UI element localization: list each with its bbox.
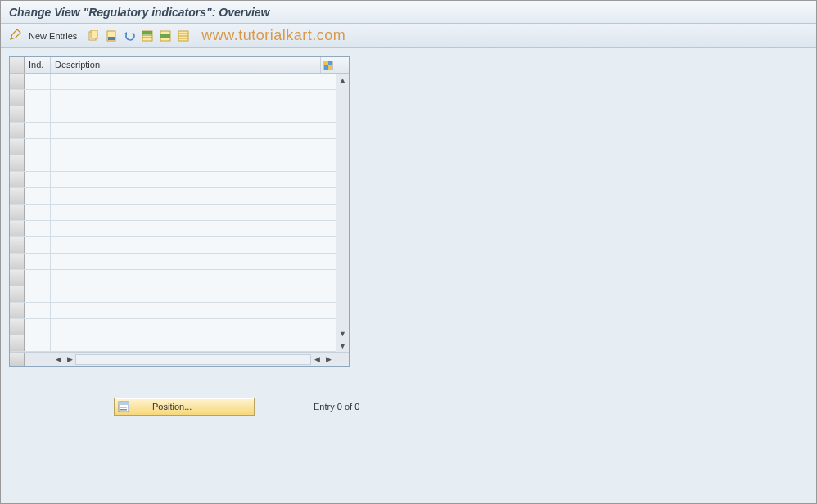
cell-description[interactable]	[51, 303, 336, 318]
table-row[interactable]	[10, 188, 336, 205]
cell-description[interactable]	[51, 270, 336, 286]
table-row[interactable]	[10, 221, 336, 237]
table-row[interactable]	[10, 74, 336, 90]
scroll-down-icon[interactable]: ▼	[336, 340, 349, 352]
column-header-description[interactable]: Description	[51, 57, 321, 73]
cell-ind[interactable]	[25, 205, 51, 220]
cell-ind[interactable]	[25, 172, 51, 187]
cell-description[interactable]	[51, 172, 336, 187]
cell-ind[interactable]	[25, 286, 51, 302]
table-row[interactable]	[10, 205, 336, 221]
row-selector[interactable]	[10, 286, 25, 302]
row-selector[interactable]	[10, 303, 25, 318]
row-selector[interactable]	[10, 237, 25, 253]
cell-description[interactable]	[51, 188, 336, 204]
select-all-rows-button[interactable]	[10, 57, 25, 73]
cell-ind[interactable]	[25, 335, 51, 351]
select-all-icon[interactable]	[141, 29, 154, 43]
copy-icon[interactable]	[87, 29, 100, 43]
row-selector[interactable]	[10, 270, 25, 286]
scroll-left-icon[interactable]: ◀	[52, 354, 64, 365]
svg-rect-21	[120, 407, 127, 408]
header-scroll-spacer	[336, 57, 349, 73]
cell-description[interactable]	[51, 319, 336, 335]
svg-rect-6	[142, 34, 152, 36]
row-selector[interactable]	[10, 319, 25, 335]
cell-ind[interactable]	[25, 155, 51, 171]
cell-description[interactable]	[51, 335, 336, 351]
cell-description[interactable]	[51, 254, 336, 269]
cell-ind[interactable]	[25, 319, 51, 335]
table-control: Ind. Description ▲ ▼ ▼ ◀ ▶	[9, 56, 350, 367]
cell-ind[interactable]	[25, 188, 51, 204]
cell-description[interactable]	[51, 123, 336, 138]
table-row[interactable]	[10, 123, 336, 139]
cell-description[interactable]	[51, 237, 336, 253]
cell-ind[interactable]	[25, 123, 51, 138]
cell-description[interactable]	[51, 90, 336, 106]
row-selector[interactable]	[10, 221, 25, 236]
cell-ind[interactable]	[25, 139, 51, 155]
scroll-left-inner-icon[interactable]: ◀	[311, 354, 323, 365]
row-selector[interactable]	[10, 123, 25, 138]
delete-icon[interactable]	[105, 29, 118, 43]
new-entries-button[interactable]: New Entries	[29, 31, 77, 41]
table-row[interactable]	[10, 335, 336, 352]
svg-rect-3	[108, 37, 115, 40]
table-row[interactable]	[10, 303, 336, 319]
table-row[interactable]	[10, 155, 336, 172]
cell-ind[interactable]	[25, 90, 51, 106]
vertical-scrollbar[interactable]: ▲ ▼ ▼	[336, 74, 349, 352]
row-selector[interactable]	[10, 106, 25, 122]
cell-ind[interactable]	[25, 221, 51, 236]
cell-ind[interactable]	[25, 270, 51, 286]
table-row[interactable]	[10, 106, 336, 123]
table-row[interactable]	[10, 270, 336, 286]
content-area: Ind. Description ▲ ▼ ▼ ◀ ▶	[1, 48, 816, 424]
deselect-icon[interactable]	[177, 29, 190, 43]
cell-ind[interactable]	[25, 237, 51, 253]
horizontal-scrollbar[interactable]: ◀ ▶ ◀ ▶	[51, 353, 336, 366]
row-selector[interactable]	[10, 155, 25, 171]
hscroll-track[interactable]	[75, 354, 311, 365]
column-header-ind[interactable]: Ind.	[25, 57, 51, 73]
cell-description[interactable]	[51, 286, 336, 302]
cell-description[interactable]	[51, 74, 336, 89]
undo-icon[interactable]	[123, 29, 136, 43]
cell-ind[interactable]	[25, 74, 51, 89]
table-row[interactable]	[10, 286, 336, 303]
select-block-icon[interactable]	[159, 29, 172, 43]
row-selector[interactable]	[10, 188, 25, 204]
svg-rect-17	[324, 65, 328, 70]
cell-ind[interactable]	[25, 254, 51, 269]
scroll-right-icon[interactable]: ▶	[323, 354, 334, 365]
cell-description[interactable]	[51, 139, 336, 155]
row-selector[interactable]	[10, 205, 25, 220]
table-row[interactable]	[10, 254, 336, 270]
cell-description[interactable]	[51, 221, 336, 236]
row-selector[interactable]	[10, 254, 25, 269]
cell-description[interactable]	[51, 106, 336, 122]
svg-rect-15	[324, 61, 328, 65]
table-row[interactable]	[10, 319, 336, 335]
row-selector[interactable]	[10, 74, 25, 89]
row-selector[interactable]	[10, 172, 25, 187]
table-row[interactable]	[10, 90, 336, 106]
table-row[interactable]	[10, 172, 336, 188]
row-selector[interactable]	[10, 90, 25, 106]
table-row[interactable]	[10, 139, 336, 155]
table-settings-button[interactable]	[321, 57, 336, 73]
cell-ind[interactable]	[25, 303, 51, 318]
toggle-change-icon[interactable]	[9, 28, 22, 43]
scroll-up-icon[interactable]: ▲	[336, 74, 349, 86]
table-row[interactable]	[10, 237, 336, 254]
row-selector[interactable]	[10, 335, 25, 351]
cell-ind[interactable]	[25, 106, 51, 122]
scroll-right-inner-icon[interactable]: ▶	[64, 354, 75, 365]
cell-description[interactable]	[51, 205, 336, 220]
cell-description[interactable]	[51, 155, 336, 171]
row-selector[interactable]	[10, 139, 25, 155]
entry-counter: Entry 0 of 0	[314, 402, 359, 412]
position-button[interactable]: Position...	[114, 398, 255, 416]
scroll-down-icon[interactable]: ▼	[336, 327, 349, 340]
